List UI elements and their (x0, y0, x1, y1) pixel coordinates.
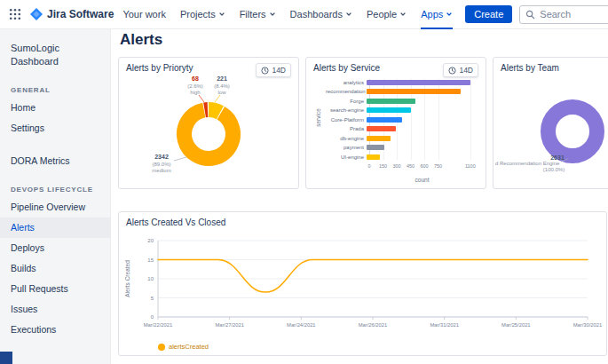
card-title: Alerts Created Vs Closed (126, 218, 225, 227)
sidebar-section: GENERALHomeSettings (0, 84, 110, 138)
period-selector[interactable]: 14D (443, 63, 478, 77)
grid-dots-icon (9, 8, 21, 20)
x-tick-label: 1100 (465, 163, 476, 169)
chevron-down-icon (446, 11, 453, 18)
chart-label: 2342 (154, 154, 169, 160)
nav-item-your-work[interactable]: Your work (122, 0, 166, 29)
sidebar: SumoLogic Dashboard GENERALHomeSettingsD… (0, 29, 111, 364)
alerts-created-line-chart: 05101520Mar/22/2021Mar/27/2021Mar/24/202… (119, 232, 606, 336)
bar-rows: analyticsrecommendationForgesearch-engin… (326, 79, 475, 160)
sidebar-item-pipeline-overview[interactable]: Pipeline Overview (0, 197, 110, 218)
chart-label: medium (152, 168, 170, 173)
bar-track (367, 126, 475, 131)
x-tick-label: 300 (392, 163, 400, 169)
bar-row-payment: payment (326, 145, 475, 151)
bar-category-label: analytics (326, 80, 367, 85)
bar-prada (367, 126, 396, 131)
sidebar-item-builds[interactable]: Builds (0, 258, 110, 279)
bar-row-prada: Prada (326, 126, 475, 132)
nav-item-filters[interactable]: Filters (240, 0, 276, 29)
sidebar-item-pull-requests[interactable]: Pull Requests (0, 279, 110, 299)
label-leader-line (174, 157, 186, 161)
bar-x-axis-label: count (369, 177, 475, 183)
nav-item-label: Filters (240, 9, 266, 20)
bar-y-axis-label: service (315, 100, 321, 136)
bar-row-analytics: analytics (326, 79, 475, 85)
primary-nav: Your workProjectsFiltersDashboardsPeople… (122, 0, 453, 29)
bar-track (367, 89, 475, 94)
chart-label: (2.6%) (187, 83, 203, 89)
bar-search-engine (367, 107, 411, 113)
bar-ui-engine (367, 154, 380, 160)
bar-track (367, 154, 475, 160)
sidebar-title: SumoLogic Dashboard (0, 38, 110, 72)
chevron-down-icon (269, 11, 276, 18)
bar-row-core-platform: Core-Platform (326, 116, 475, 123)
nav-item-projects[interactable]: Projects (180, 0, 225, 29)
bar-track (367, 145, 475, 150)
create-button[interactable]: Create (465, 5, 512, 23)
nav-item-people[interactable]: People (367, 0, 407, 29)
x-tick-label: 600 (420, 163, 428, 169)
bar-core-platform (367, 117, 402, 123)
chart-label: high (190, 90, 200, 95)
bar-row-recommendation: recommendation (326, 89, 475, 95)
bar-track (367, 99, 475, 104)
bar-analytics (367, 80, 470, 85)
legend-item-alertsCreated[interactable]: alertsCreated (158, 343, 209, 351)
bar-category-label: payment (326, 145, 367, 150)
app-name: Jira Software (47, 8, 114, 20)
bar-row-db-engine: db-engine (326, 135, 475, 141)
sidebar-item-alerts[interactable]: Alerts (0, 218, 110, 238)
chevron-down-icon (345, 11, 352, 18)
chart-label: Mar/22/2021 (144, 322, 173, 328)
bar-payment (367, 145, 384, 150)
period-selector[interactable]: 14D (256, 63, 291, 77)
sidebar-section: DEVOPS LIFECYCLEPipeline OverviewAlertsD… (0, 184, 110, 340)
nav-item-apps[interactable]: Apps (421, 0, 453, 29)
chart-label: Mar/30/2021 (573, 322, 603, 328)
card-alerts-created-vs-closed: Alerts Created Vs Closed 05101520Mar/22/… (118, 211, 607, 356)
sidebar-section: DORA Metrics (0, 151, 110, 171)
card-title: Alerts by Service (313, 63, 380, 73)
search-icon (525, 10, 535, 20)
chart-label: Mar/25/2021 (501, 322, 531, 328)
sidebar-item-dora-metrics[interactable]: DORA Metrics (0, 151, 110, 171)
card-alerts-by-team: Alerts by Team 14D 2631(100.0%)d Recomme… (493, 57, 608, 189)
bar-recommendation (367, 89, 461, 94)
jira-logo[interactable]: Jira Software (30, 8, 114, 20)
legend-label: alertsCreated (169, 343, 209, 351)
label-leader-line (215, 95, 220, 102)
chart-label: 15 (147, 257, 154, 263)
bar-track (367, 80, 475, 85)
card-alerts-by-service: Alerts by Service 14D service analyticsr… (305, 57, 486, 189)
sidebar-item-deploys[interactable]: Deploys (0, 238, 110, 258)
search-input[interactable] (540, 9, 608, 20)
sidebar-item-home[interactable]: Home (0, 98, 110, 118)
app-switcher-icon[interactable] (7, 6, 23, 22)
card-header: Alerts by Service 14D (306, 58, 486, 77)
nav-item-label: Projects (180, 9, 216, 20)
nav-item-label: People (367, 9, 397, 20)
alerts-by-team-donut-chart: 2631(100.0%)d Recommendation Engine (494, 58, 608, 188)
x-tick-label: 0 (367, 163, 370, 169)
bar-category-label: search-engine (326, 107, 367, 113)
period-label: 14D (272, 66, 286, 75)
sidebar-item-issues[interactable]: Issues (0, 299, 110, 320)
nav-item-label: Dashboards (290, 9, 343, 20)
sidebar-item-executions[interactable]: Executions (0, 320, 110, 340)
alerts-by-priority-donut-chart: 221(8.4%)low2342(89.0%)medium68(2.6%)hig… (119, 58, 298, 188)
sidebar-item-settings[interactable]: Settings (0, 118, 110, 138)
sidebar-section-header: GENERAL (0, 84, 110, 98)
search-box[interactable] (519, 5, 608, 24)
chart-label: Mar/24/2021 (287, 322, 316, 328)
bar-track (367, 117, 475, 123)
bar-track (367, 136, 475, 141)
chart-label: d Recommendation Engine (495, 161, 560, 166)
chart-label: (100.0%) (543, 167, 565, 172)
nav-item-label: Your work (122, 9, 166, 20)
nav-item-label: Apps (421, 9, 443, 20)
label-leader-line (199, 95, 204, 102)
nav-item-dashboards[interactable]: Dashboards (290, 0, 352, 29)
chart-label: 20 (147, 238, 154, 243)
